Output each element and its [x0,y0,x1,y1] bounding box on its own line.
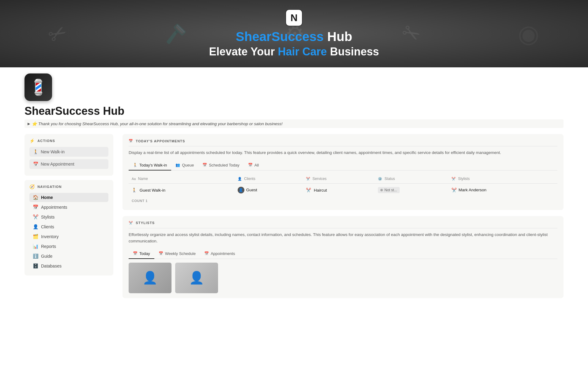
todays-appointments-title: 📅 TODAY'S APPOINTMENTS [129,139,557,146]
subtitle-pre: Elevate Your [209,45,278,58]
sidebar-item-guide[interactable]: ℹ️ Guide [29,252,108,261]
inventory-box-icon: 🗂️ [32,234,39,239]
col-status: ⚙️ Status [375,174,448,184]
scissors-decoration-icon: ✂ [44,18,72,49]
page-title-area: ShearSuccess Hub [0,101,588,119]
clients-person-icon: 👤 [32,224,39,230]
nav-home-label: Home [41,195,53,200]
new-appointment-label: New Appointment [41,162,74,167]
tab-scheduled-today[interactable]: 📅 Scheduled Today [198,160,244,170]
col-services-scissors-icon: ✂️ [306,177,310,181]
banner-subtitle: Elevate Your Hair Care Business [209,45,379,58]
reports-chart-icon: 📊 [32,244,39,249]
row-name-cell: 🚶 Guest Walk-in [129,183,235,197]
col-name: Aa Name [129,174,235,184]
stylist-card-2[interactable]: 👤 [175,263,218,293]
tab-todays-walk-in[interactable]: 🚶 Today's Walk-in [129,160,171,170]
callout-area: ▶ ⭐ Thank you for choosing ShearSuccess … [0,119,588,134]
scissors-decoration-2-icon: ✂ [397,18,425,49]
sidebar-item-appointments[interactable]: 📅 Appointments [29,203,108,212]
nav-databases-label: Databases [41,264,62,268]
banner-title: ShearSuccess Hub [236,29,352,44]
banner-brand-shear: Shear [236,29,272,44]
sidebar-item-clients[interactable]: 👤 Clients [29,222,108,231]
stylist-cell: ✂️ Mark Anderson [451,188,554,193]
guide-info-icon: ℹ️ [32,253,39,259]
walk-in-person-icon: 🚶 [33,149,38,154]
stylist-scissors-icon: ✂️ [451,188,457,193]
col-stylists-scissors-icon: ✂️ [451,177,456,181]
sidebar-item-stylists[interactable]: ✂️ Stylists [29,212,108,222]
sidebar-item-inventory[interactable]: 🗂️ Inventory [29,232,108,241]
subtitle-post: Business [327,45,379,58]
today-tab-calendar-icon: 📅 [133,251,138,256]
guest-cell: 👤 Guest [238,187,300,193]
appointments-tab-calendar-icon: 📅 [204,251,209,256]
main-layout: ⚡ ACTIONS 🚶 New Walk-in 📅 New Appointmen… [0,134,588,304]
row-client-cell: 👤 Guest [235,183,303,197]
nav-appointments-label: Appointments [41,205,67,210]
nav-clients-label: Clients [41,224,54,229]
circle-decoration-icon: ◉ [518,20,539,48]
tab-weekly-schedule[interactable]: 📅 Weekly Schedule [154,249,200,259]
count-row: COUNT 1 [129,197,557,205]
col-status-gear-icon: ⚙️ [378,177,382,181]
stylists-section: ✂️ STYLISTS Effortlessly organize and ac… [123,216,564,298]
nav-stylists-label: Stylists [41,215,55,219]
todays-appointments-tabs: 🚶 Today's Walk-in 👥 Queue 📅 Scheduled To… [129,160,557,170]
databases-stack-icon: 🗄️ [32,263,39,269]
sidebar-item-databases[interactable]: 🗄️ Databases [29,261,108,271]
tab-today-stylists[interactable]: 📅 Today [129,249,154,259]
row-walk-in-icon: 🚶 [132,188,137,193]
col-clients: 👤 Clients [235,174,303,184]
queue-tab-icon: 👥 [175,163,180,167]
sidebar-item-reports[interactable]: 📊 Reports [29,242,108,251]
nav-guide-label: Guide [41,254,52,259]
new-walk-in-button[interactable]: 🚶 New Walk-in [29,147,108,157]
row-status-cell: Not st... [375,183,448,197]
tab-queue[interactable]: 👥 Queue [171,160,198,170]
walk-in-tab-icon: 🚶 [133,163,138,167]
stylists-grid: 👤 👤 [129,263,557,293]
todays-appointments-desc: Display a real-time list of all appointm… [129,149,557,156]
service-scissors-icon: ✂️ [306,188,311,193]
stylists-scissors-title-icon: ✂️ [129,221,133,225]
navigation-section: 🧭 NAVIGATION 🏠 Home 📅 Appointments ✂️ St… [24,180,113,275]
stylist-avatar-2: 👤 [175,263,218,293]
stylists-scissors-icon: ✂️ [32,214,39,220]
callout-star-icon: ⭐ [32,122,38,126]
actions-section: ⚡ ACTIONS 🚶 New Walk-in 📅 New Appointmen… [24,134,113,176]
nav-inventory-label: Inventory [41,234,59,239]
page-icon-area: 💈 [0,67,588,101]
scheduled-tab-icon: 📅 [202,163,207,167]
page-main-title: ShearSuccess Hub [24,105,564,118]
todays-appointments-section: 📅 TODAY'S APPOINTMENTS Display a real-ti… [123,134,564,210]
callout-toggle[interactable]: ▶ ⭐ Thank you for choosing ShearSuccess … [24,119,564,128]
row-stylist-cell: ✂️ Mark Anderson [448,183,557,197]
tab-all[interactable]: 📅 All [244,160,263,170]
banner-brand-success: Success [271,29,323,44]
actions-section-header: ⚡ ACTIONS [29,138,108,143]
new-appointment-button[interactable]: 📅 New Appointment [29,159,108,169]
barber-pole-icon: 💈 [24,73,52,101]
tab-appointments-stylists[interactable]: 📅 Appointments [200,249,239,259]
row-service-cell: ✂️ Haircut [303,183,375,197]
stylist-avatar-1: 👤 [129,263,172,293]
appointments-table: Aa Name 👤 Clients ✂️ Services ⚙️ [129,174,557,197]
new-walk-in-label: New Walk-in [41,149,65,154]
status-dot-icon [380,189,383,191]
appointments-calendar-icon: 📅 [32,204,39,210]
content-area: 📅 TODAY'S APPOINTMENTS Display a real-ti… [123,134,564,304]
stylists-desc: Effortlessly organize and access stylist… [129,231,557,245]
sidebar-item-home[interactable]: 🏠 Home [29,193,108,202]
stylist-card-1[interactable]: 👤 [129,263,172,293]
guest-avatar-icon: 👤 [239,188,243,192]
navigation-label: NAVIGATION [37,185,62,189]
status-badge: Not st... [378,187,399,193]
header-banner: ✂ 🪒 ⚙ ✂ ◉ N ShearSuccess Hub Elevate You… [0,0,588,67]
nav-reports-label: Reports [41,244,56,249]
stylists-section-title: ✂️ STYLISTS [129,221,557,228]
razor-decoration-icon: 🪒 [164,23,187,45]
navigation-compass-icon: 🧭 [29,184,35,189]
home-icon: 🏠 [32,195,39,200]
